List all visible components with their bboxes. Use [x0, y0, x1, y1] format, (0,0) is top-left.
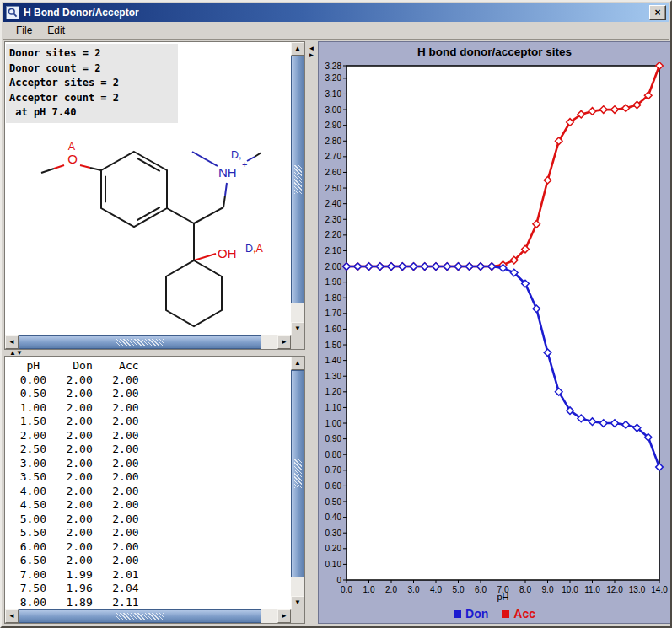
amine-donor-label: D,	[231, 149, 242, 161]
y-tick-label: 0.80	[325, 450, 342, 459]
table-row: 5.50 2.00 2.00	[7, 526, 289, 540]
table-row: 4.50 2.00 2.00	[7, 498, 289, 513]
scrollbar-corner	[291, 335, 304, 349]
vertical-split-divider[interactable]: ◄►	[306, 41, 317, 624]
y-tick-label: 2.20	[325, 230, 342, 239]
y-tick-label: 1.80	[325, 293, 342, 303]
table-row: 0.00 2.00 2.00	[7, 373, 289, 388]
table-panel: pH Don Acc 0.00 2.00 2.00 0.50 2.00 2.00…	[4, 356, 305, 624]
scroll-left-button[interactable]: ◄	[5, 609, 19, 623]
y-tick-label: 0.60	[325, 481, 342, 491]
table-row: 6.50 2.00 2.00	[7, 554, 289, 568]
info-line: Acceptor sites = 2	[9, 76, 176, 91]
scroll-down-button[interactable]: ▼	[291, 596, 304, 609]
structure-vertical-scrollbar[interactable]: ▲ ▼	[291, 42, 304, 335]
oxygen-atom-label: O	[67, 152, 78, 166]
table-row: 3.50 2.00 2.00	[7, 470, 289, 485]
scroll-thumb[interactable]	[19, 609, 261, 623]
legend-swatch-icon	[502, 610, 509, 618]
info-line: Donor count = 2	[9, 62, 176, 77]
scroll-up-button[interactable]: ▲	[291, 42, 304, 56]
legend-swatch-icon	[454, 610, 461, 618]
amine-charge-label: +	[242, 159, 247, 169]
table-row: 4.00 2.00 2.00	[7, 485, 289, 499]
info-block: Donor sites = 2Donor count = 2Acceptor s…	[6, 44, 178, 123]
y-tick-label: 0.90	[325, 434, 342, 443]
scroll-up-button[interactable]: ▲	[291, 357, 304, 370]
y-tick-label: 1.40	[325, 356, 342, 365]
scroll-left-button[interactable]: ◄	[5, 335, 19, 349]
table-vertical-scrollbar[interactable]: ▲ ▼	[291, 357, 304, 609]
menu-bar: FileEdit	[3, 22, 669, 40]
hydroxyl-acceptor-label: ,A	[253, 243, 263, 255]
legend-item-acc: Acc	[502, 607, 535, 620]
close-icon: ×	[654, 8, 660, 18]
structure-horizontal-scrollbar[interactable]: ◄ ►	[5, 335, 291, 349]
window-title: H Bond Donor/Acceptor	[24, 7, 645, 19]
legend-label: Don	[465, 607, 488, 620]
table-header: pH Don Acc	[7, 359, 289, 373]
thumb-grip	[116, 339, 164, 346]
magnifier-icon	[6, 6, 19, 19]
table-row: 2.00 2.00 2.00	[7, 429, 289, 443]
table-horizontal-scrollbar[interactable]: ◄ ►	[5, 609, 291, 623]
ph-profile-chart: 00.100.200.300.400.500.600.700.800.901.0…	[319, 42, 671, 598]
table-row: 3.00 2.00 2.00	[7, 457, 289, 471]
y-tick-label: 0.70	[325, 465, 342, 475]
y-tick-label: 0.20	[325, 544, 342, 553]
scroll-thumb[interactable]	[291, 370, 304, 577]
y-tick-label: 0.10	[325, 560, 342, 569]
horizontal-split-divider[interactable]: ▲▼	[4, 350, 305, 356]
y-tick-label: 2.00	[325, 262, 342, 271]
info-line: Acceptor count = 2	[9, 91, 176, 106]
y-tick-label: 1.90	[325, 277, 342, 287]
menu-item-edit[interactable]: Edit	[40, 23, 73, 38]
y-tick-label: 3.20	[325, 73, 342, 83]
y-tick-label: 1.20	[325, 387, 342, 396]
y-tick-label: 2.10	[325, 246, 342, 255]
structure-panel: Donor sites = 2Donor count = 2Acceptor s…	[4, 41, 305, 350]
table-row: 1.50 2.00 2.00	[7, 415, 289, 429]
menu-item-file[interactable]: File	[8, 23, 40, 38]
ph-table: pH Don Acc 0.00 2.00 2.00 0.50 2.00 2.00…	[7, 359, 289, 608]
y-tick-label: 1.50	[325, 341, 342, 350]
y-tick-label: 0.30	[325, 529, 342, 538]
window-content: Donor sites = 2Donor count = 2Acceptor s…	[3, 40, 669, 625]
y-tick-label: 1.70	[325, 309, 342, 318]
y-tick-label: 2.90	[325, 121, 342, 130]
thumb-grip	[294, 165, 302, 194]
y-tick-label: 2.40	[325, 199, 342, 208]
close-button[interactable]: ×	[649, 5, 666, 20]
table-row: 6.00 2.00 2.00	[7, 540, 289, 555]
legend-label: Acc	[513, 607, 535, 620]
info-line: at pH 7.40	[9, 105, 176, 121]
table-row: 0.50 2.00 2.00	[7, 387, 289, 401]
collapse-right-icon[interactable]: ►	[309, 51, 315, 59]
molecule-structure: A O D, NH + OH D ,A	[5, 120, 292, 335]
plot-area	[347, 66, 659, 580]
thumb-grip	[116, 613, 164, 620]
table-row: 7.00 1.99 2.01	[7, 568, 289, 582]
scroll-down-button[interactable]: ▼	[291, 322, 304, 335]
scroll-right-button[interactable]: ►	[277, 335, 291, 349]
hydroxyl-atom-label: OH	[218, 246, 237, 260]
chart-legend: DonAcc	[319, 607, 670, 620]
y-tick-label: 3.00	[325, 105, 342, 115]
scrollbar-corner	[291, 609, 304, 623]
x-axis-label: pH	[347, 592, 659, 602]
scroll-thumb[interactable]	[19, 335, 261, 349]
info-line: Donor sites = 2	[9, 46, 176, 62]
y-tick-label: 2.60	[325, 168, 342, 177]
y-tick-label: 1.10	[325, 403, 342, 412]
legend-item-don: Don	[454, 607, 488, 620]
table-row: 5.00 2.00 2.00	[7, 513, 289, 527]
scroll-right-button[interactable]: ►	[277, 609, 291, 623]
y-tick-label: 2.70	[325, 152, 342, 161]
title-bar[interactable]: H Bond Donor/Acceptor ×	[3, 3, 669, 22]
triangle-left-icon: ◄	[8, 613, 15, 620]
table-row: 7.50 1.96 2.04	[7, 582, 289, 596]
y-tick-label: 0.40	[325, 513, 342, 522]
app-window: H Bond Donor/Acceptor × FileEdit Donor s…	[0, 0, 672, 628]
scroll-thumb[interactable]	[291, 56, 304, 303]
y-tick-label: 2.80	[325, 137, 342, 146]
